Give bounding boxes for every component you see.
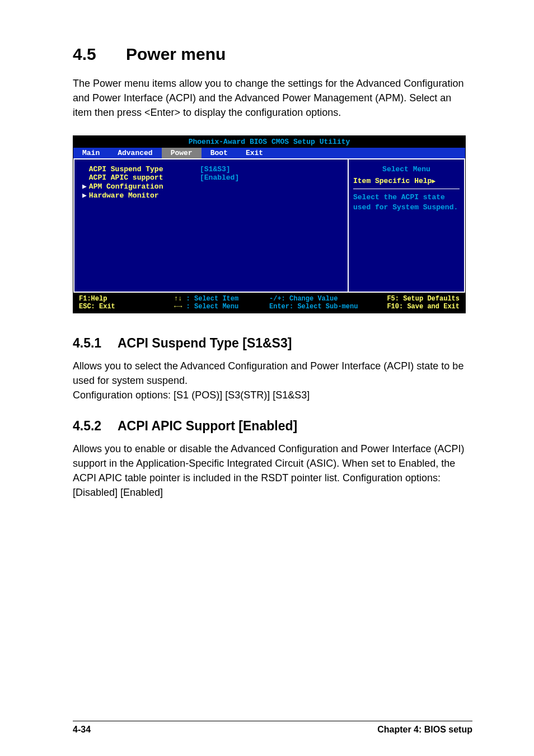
bios-item-label: APM Configuration (89, 182, 163, 191)
section-title: 4.5Power menu (73, 45, 472, 64)
subsection-heading: 4.5.2ACPI APIC Support [Enabled] (73, 419, 472, 434)
bios-help-pane: Select Menu Item Specific Help▶ Select t… (348, 158, 465, 293)
bios-screenshot: Phoenix-Award BIOS CMOS Setup Utility Ma… (73, 135, 466, 313)
chapter-label: Chapter 4: BIOS setup (377, 725, 472, 735)
spacer (82, 173, 87, 182)
footkey-select-menu: ←→ : Select Menu (174, 303, 269, 311)
bios-foot-col: F1:Help ESC: Exit (79, 295, 174, 311)
footkey-change-value: -/+: Change Value (269, 295, 364, 303)
bios-body: ACPI Suspend Type [S1&S3] ACPI APIC supp… (73, 158, 465, 293)
bios-tab-main[interactable]: Main (73, 148, 109, 158)
footkey-exit: ESC: Exit (79, 303, 174, 311)
bios-title: Phoenix-Award BIOS CMOS Setup Utility (73, 136, 465, 148)
subsection-heading: 4.5.1ACPI Suspend Type [S1&S3] (73, 336, 472, 351)
subsection-body: Allows you to enable or disable the Adva… (73, 442, 472, 500)
footkey-defaults: F5: Setup Defaults (364, 295, 460, 303)
subsection-number: 4.5.2 (73, 419, 118, 434)
bios-item[interactable]: ACPI APIC support [Enabled] (82, 173, 340, 182)
section-number: 4.5 (73, 45, 126, 64)
bios-item-label: ACPI Suspend Type (89, 165, 163, 173)
help-subtitle: Item Specific Help▶ (353, 177, 460, 185)
bios-item[interactable]: ▶APM Configuration (82, 182, 340, 191)
help-arrow-icon: ▶ (432, 178, 435, 185)
bios-foot-col: F5: Setup Defaults F10: Save and Exit (364, 295, 460, 311)
bios-item-value: [S1&S3] (200, 165, 231, 173)
arrow-updown-icon: ↑↓ (174, 295, 186, 303)
section-title-text: Power menu (126, 45, 226, 63)
bios-item[interactable]: ACPI Suspend Type [S1&S3] (82, 165, 340, 173)
bios-item-label: ACPI APIC support (89, 173, 163, 182)
bios-item-label: Hardware Monitor (89, 191, 159, 200)
page-number: 4-34 (73, 725, 91, 735)
bios-foot-col: -/+: Change Value Enter: Select Sub-menu (269, 295, 364, 311)
intro-paragraph: The Power menu items allow you to change… (73, 76, 472, 120)
bios-tab-boot[interactable]: Boot (202, 148, 237, 158)
footkey-help: F1:Help (79, 295, 174, 303)
footkey-select-item: ↑↓ : Select Item (174, 295, 269, 303)
footkey-select-sub: Enter: Select Sub-menu (269, 303, 364, 311)
bios-left-pane: ACPI Suspend Type [S1&S3] ACPI APIC supp… (73, 158, 348, 293)
submenu-arrow-icon: ▶ (82, 182, 87, 191)
footkey-save: F10: Save and Exit (364, 303, 460, 311)
bios-menubar: Main Advanced Power Boot Exit (73, 148, 465, 158)
spacer (82, 165, 87, 173)
subsection-title: ACPI APIC Support [Enabled] (118, 419, 297, 433)
bios-item-value: [Enabled] (200, 173, 239, 182)
divider (353, 189, 460, 189)
bios-tab-advanced[interactable]: Advanced (109, 148, 161, 158)
help-title: Select Menu (353, 165, 460, 173)
page-footer: 4-34 Chapter 4: BIOS setup (73, 721, 472, 735)
subsection-number: 4.5.1 (73, 336, 118, 351)
bios-foot-col: ↑↓ : Select Item ←→ : Select Menu (174, 295, 269, 311)
subsection-title: ACPI Suspend Type [S1&S3] (118, 336, 292, 350)
arrow-leftright-icon: ←→ (174, 303, 186, 311)
subsection-body: Allows you to select the Advanced Config… (73, 359, 472, 402)
bios-item[interactable]: ▶Hardware Monitor (82, 191, 340, 200)
help-body: Select the ACPI state used for System Su… (353, 192, 460, 212)
bios-tab-power[interactable]: Power (162, 148, 202, 158)
bios-footer: F1:Help ESC: Exit ↑↓ : Select Item ←→ : … (73, 293, 465, 313)
bios-tab-exit[interactable]: Exit (237, 148, 272, 158)
submenu-arrow-icon: ▶ (82, 191, 87, 200)
